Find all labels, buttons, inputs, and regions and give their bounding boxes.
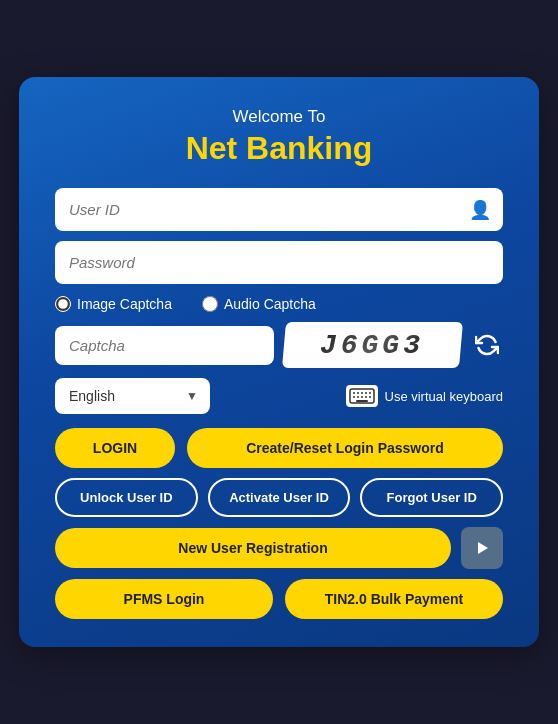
captcha-type-selector: Image Captcha Audio Captcha bbox=[55, 296, 503, 312]
user-icon: 👤 bbox=[469, 199, 491, 221]
create-reset-password-button[interactable]: Create/Reset Login Password bbox=[187, 428, 503, 468]
svg-marker-12 bbox=[478, 542, 488, 554]
audio-captcha-label[interactable]: Audio Captcha bbox=[202, 296, 316, 312]
audio-captcha-radio[interactable] bbox=[202, 296, 218, 312]
image-captcha-label[interactable]: Image Captcha bbox=[55, 296, 172, 312]
virtual-keyboard-button[interactable]: Use virtual keyboard bbox=[346, 385, 504, 407]
virtual-keyboard-label: Use virtual keyboard bbox=[385, 389, 504, 404]
refresh-captcha-button[interactable] bbox=[471, 329, 503, 361]
activate-user-button[interactable]: Activate User ID bbox=[208, 478, 351, 517]
login-card: Welcome To Net Banking 👤 Image Captcha A… bbox=[19, 77, 539, 647]
lang-virtual-row: English Hindi Marathi Tamil Telugu ▼ bbox=[55, 378, 503, 414]
tin-bulk-payment-button[interactable]: TIN2.0 Bulk Payment bbox=[285, 579, 503, 619]
user-id-row: 👤 bbox=[55, 188, 503, 231]
brand-name: Net Banking bbox=[55, 131, 503, 166]
video-button[interactable] bbox=[461, 527, 503, 569]
keyboard-icon bbox=[346, 385, 378, 407]
password-input[interactable] bbox=[55, 241, 503, 284]
welcome-text: Welcome To bbox=[55, 107, 503, 127]
bottom-buttons-row: PFMS Login TIN2.0 Bulk Payment bbox=[55, 579, 503, 619]
captcha-image: J6GG3 bbox=[282, 322, 463, 368]
primary-buttons-row: LOGIN Create/Reset Login Password bbox=[55, 428, 503, 468]
new-user-row: New User Registration bbox=[55, 527, 503, 569]
image-captcha-radio[interactable] bbox=[55, 296, 71, 312]
language-select[interactable]: English Hindi Marathi Tamil Telugu bbox=[55, 378, 210, 414]
captcha-input[interactable] bbox=[55, 326, 274, 365]
captcha-value: J6GG3 bbox=[320, 330, 424, 361]
forgot-user-button[interactable]: Forgot User ID bbox=[360, 478, 503, 517]
header: Welcome To Net Banking bbox=[55, 107, 503, 166]
login-button[interactable]: LOGIN bbox=[55, 428, 175, 468]
user-id-input[interactable] bbox=[55, 188, 503, 231]
user-action-buttons-row: Unlock User ID Activate User ID Forgot U… bbox=[55, 478, 503, 517]
captcha-row: J6GG3 bbox=[55, 322, 503, 368]
language-wrapper: English Hindi Marathi Tamil Telugu ▼ bbox=[55, 378, 210, 414]
new-user-registration-button[interactable]: New User Registration bbox=[55, 528, 451, 568]
unlock-user-button[interactable]: Unlock User ID bbox=[55, 478, 198, 517]
password-row bbox=[55, 241, 503, 284]
pfms-login-button[interactable]: PFMS Login bbox=[55, 579, 273, 619]
